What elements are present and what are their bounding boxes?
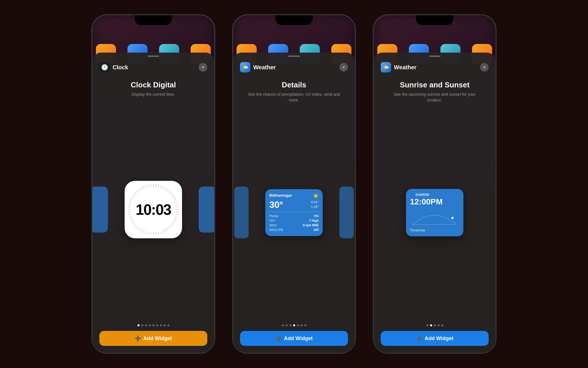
wd-temp-main: 30°	[269, 200, 283, 209]
widget-preview-weather: Bidhannagar ☀️ 30° H:31° L:23° Precip 0%	[240, 103, 348, 322]
widget-title-sunrise: Sunrise and Sunset	[400, 80, 470, 89]
wdot-5[interactable]	[297, 324, 299, 326]
svg-line-54	[138, 189, 140, 191]
wd-top-row: Bidhannagar ☀️	[269, 193, 319, 199]
svg-line-4	[163, 187, 164, 189]
dot-6[interactable]	[156, 324, 158, 326]
wdot-6[interactable]	[301, 324, 303, 326]
dot-1[interactable]	[138, 324, 140, 326]
dot-8[interactable]	[164, 324, 166, 326]
svg-point-61	[451, 217, 454, 219]
sunrise-person-icon: 👤	[410, 193, 414, 197]
svg-line-23	[169, 227, 170, 229]
svg-line-22	[170, 225, 172, 227]
wd-naqi-row: NAQI (IN) 105	[269, 227, 319, 232]
sw-header: 👤 SUNRISE	[410, 193, 459, 197]
modal-app-name-clock: Clock	[113, 64, 199, 71]
peek-card-right	[199, 187, 215, 233]
add-widget-plus-icon: ➕	[135, 335, 141, 342]
wd-naqi-label: NAQI (IN)	[269, 228, 283, 231]
svg-line-28	[158, 232, 159, 235]
peek-right-w	[339, 187, 354, 238]
widget-title-clock: Clock Digital	[131, 80, 176, 89]
drag-handle-sunrise[interactable]	[429, 55, 440, 57]
wd-temp-hl: H:31° L:23°	[311, 200, 319, 209]
wd-divider	[269, 212, 319, 212]
notch-sunrise	[416, 15, 453, 25]
wdot-2[interactable]	[286, 324, 288, 326]
widget-title-weather: Details	[282, 80, 306, 89]
widget-preview-clock: 10:03	[99, 97, 207, 322]
svg-line-52	[135, 193, 136, 194]
widget-preview-sunrise: 👤 SUNRISE 12:00PM	[381, 103, 489, 322]
svg-line-36	[138, 228, 140, 230]
wd-uvi-label: UVI	[269, 219, 274, 222]
add-widget-button-clock[interactable]: ➕ Add Widget	[99, 331, 207, 346]
widget-desc-weather: See the chance of precipitation, UV inde…	[240, 92, 348, 103]
wdot-7[interactable]	[304, 324, 306, 326]
add-widget-button-sunrise[interactable]: ➕ Add Widget	[381, 331, 489, 346]
svg-line-35	[141, 229, 142, 232]
svg-line-11	[174, 200, 176, 200]
svg-line-57	[146, 186, 146, 188]
notch-clock	[135, 15, 172, 25]
close-button-clock[interactable]: ×	[199, 63, 207, 72]
add-widget-plus-icon-w: ➕	[275, 335, 282, 342]
svg-line-29	[156, 233, 156, 235]
wdot-3[interactable]	[289, 324, 291, 326]
modal-header-sunrise: 🌤️ Weather ×	[381, 61, 489, 76]
dots-pagination-weather	[282, 324, 306, 326]
add-widget-button-weather[interactable]: ➕ Add Widget	[240, 331, 348, 346]
clock-app-icon: 🕐	[99, 62, 110, 72]
sdot-4[interactable]	[438, 324, 440, 326]
svg-line-13	[176, 204, 178, 205]
drag-handle-weather[interactable]	[288, 55, 300, 57]
svg-line-53	[136, 191, 138, 193]
sunrise-arc-svg	[410, 209, 459, 226]
dots-pagination-sunrise	[426, 324, 443, 326]
svg-line-6	[167, 189, 168, 191]
sdot-1[interactable]	[426, 324, 428, 326]
wd-low: L:23°	[311, 204, 319, 209]
modal-header-clock: 🕐 Clock ×	[99, 61, 207, 76]
sw-sunrise-label: SUNRISE	[415, 193, 430, 196]
peek-card-left	[92, 187, 108, 233]
dot-7[interactable]	[160, 324, 162, 326]
modal-panel-sunrise: 🌤️ Weather × Sunrise and Sunset See the …	[374, 53, 496, 353]
wdot-1[interactable]	[282, 324, 284, 326]
wdot-4[interactable]	[293, 324, 295, 326]
svg-line-58	[148, 185, 149, 187]
wd-city: Bidhannagar	[269, 193, 292, 198]
sw-tomorrow-label: Tomorrow	[410, 228, 459, 232]
svg-line-43	[129, 214, 131, 215]
svg-line-31	[151, 233, 151, 235]
side-btn-power-s	[496, 96, 496, 124]
wd-precip-val: 0%	[314, 214, 319, 218]
close-button-weather[interactable]: ×	[339, 63, 348, 72]
sdot-2[interactable]	[430, 324, 432, 326]
notch-weather	[275, 15, 313, 25]
svg-line-12	[175, 202, 177, 202]
dot-4[interactable]	[149, 324, 151, 326]
dot-5[interactable]	[152, 324, 154, 326]
wd-wind-val: 8 kph NNE	[303, 223, 319, 227]
dot-3[interactable]	[145, 324, 147, 326]
dot-2[interactable]	[141, 324, 143, 326]
peek-left-w	[234, 187, 249, 238]
dot-9[interactable]	[167, 324, 169, 326]
svg-line-21	[172, 223, 174, 225]
sdot-5[interactable]	[441, 324, 443, 326]
add-widget-plus-icon-s: ➕	[416, 335, 422, 342]
weather-app-icon: 🌤️	[240, 62, 250, 72]
svg-line-24	[167, 228, 168, 230]
svg-line-17	[176, 214, 178, 215]
widget-desc-clock: Display the current time.	[126, 92, 181, 97]
close-button-sunrise[interactable]: ×	[480, 63, 489, 72]
svg-line-39	[133, 223, 135, 225]
sdot-3[interactable]	[434, 324, 436, 326]
side-btn-power	[214, 96, 215, 124]
phone-clock: 🕐 Clock × Clock Digital Display the curr…	[92, 14, 215, 354]
svg-line-7	[169, 191, 170, 193]
drag-handle-clock[interactable]	[148, 55, 159, 57]
svg-line-19	[174, 219, 176, 220]
